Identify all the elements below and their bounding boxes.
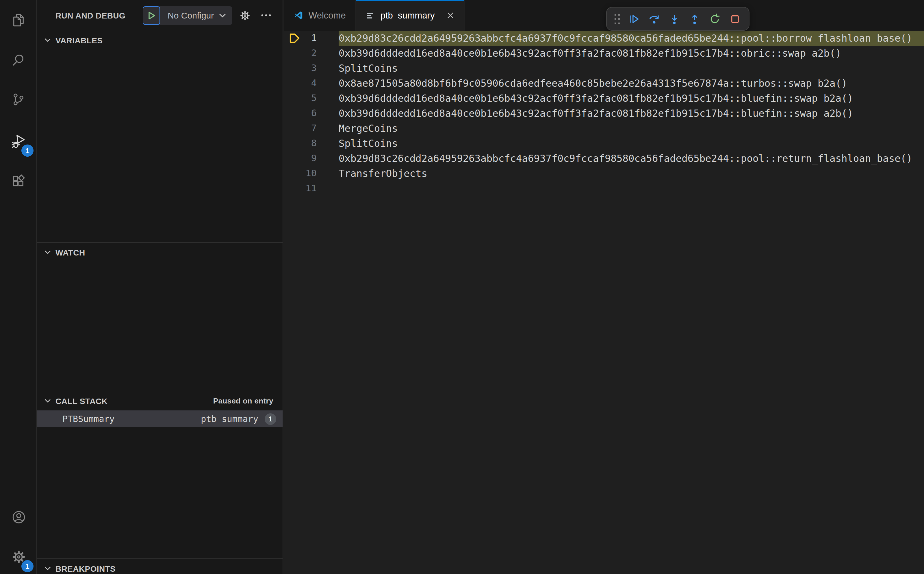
- editor-gutter[interactable]: 2: [284, 46, 338, 61]
- debug-step-over-button[interactable]: [644, 9, 663, 28]
- debug-step-out-button[interactable]: [685, 9, 704, 28]
- editor-gutter[interactable]: 11: [284, 181, 338, 196]
- code-line[interactable]: 8 SplitCoins: [284, 136, 924, 151]
- debug-step-into-button[interactable]: [664, 9, 684, 28]
- code-text: SplitCoins: [338, 61, 924, 76]
- sidebar-title: RUN AND DEBUG: [55, 11, 125, 20]
- code-line[interactable]: 7 MergeCoins: [284, 121, 924, 136]
- line-number: 7: [311, 121, 317, 136]
- watch-section-header[interactable]: WATCH: [37, 243, 283, 262]
- editor-gutter[interactable]: 3: [284, 61, 338, 76]
- tab-ptb-summary[interactable]: ptb_summary: [356, 0, 465, 31]
- code-text: 0xb39d6dddedd16ed8a40ce0b1e6b43c92acf0ff…: [338, 91, 924, 106]
- extensions-icon: [11, 173, 26, 188]
- views-more-actions-button[interactable]: [261, 14, 271, 17]
- tab-label: ptb_summary: [381, 10, 435, 20]
- debug-settings-gear-button[interactable]: [239, 9, 251, 21]
- code-line[interactable]: 9 0xb29d83c26cdd2a64959263abbcfc4a6937f0…: [284, 151, 924, 166]
- step-over-icon: [647, 13, 660, 25]
- code-line[interactable]: 2 0xb39d6dddedd16ed8a40ce0b1e6b43c92acf0…: [284, 46, 924, 61]
- call-stack-section-title: CALL STACK: [55, 396, 107, 405]
- code-line[interactable]: 4 0x8ae871505a80d8bf6bf9c05906cda6edfeea…: [284, 76, 924, 91]
- editor-gutter[interactable]: 5: [284, 91, 338, 106]
- frame-session-badge: 1: [264, 413, 276, 424]
- tab-welcome[interactable]: Welcome: [284, 0, 356, 31]
- code-line[interactable]: 1 0xb29d83c26cdd2a64959263abbcfc4a6937f0…: [284, 31, 924, 46]
- activity-item-extensions[interactable]: [5, 167, 32, 195]
- restart-icon: [708, 13, 721, 25]
- stop-icon: [729, 13, 741, 25]
- debug-restart-button[interactable]: [705, 9, 724, 28]
- ellipsis-icon: [261, 14, 271, 17]
- code-text: MergeCoins: [338, 121, 924, 136]
- debug-configuration-dropdown[interactable]: No Configur: [160, 6, 232, 25]
- code-line[interactable]: 6 0xb39d6dddedd16ed8a40ce0b1e6b43c92acf0…: [284, 106, 924, 121]
- variables-section-header[interactable]: VARIABLES: [37, 31, 283, 50]
- tab-label: Welcome: [309, 10, 346, 20]
- activity-bar: 1 1: [0, 0, 37, 574]
- debug-stop-button[interactable]: [725, 9, 744, 28]
- watch-section-title: WATCH: [55, 248, 85, 257]
- debug-continue-button[interactable]: [624, 9, 643, 28]
- editor-gutter[interactable]: 7: [284, 121, 338, 136]
- breakpoints-section-header[interactable]: BREAKPOINTS: [37, 559, 283, 574]
- editor-gutter[interactable]: 6: [284, 106, 338, 121]
- debug-pause-status: Paused on entry: [213, 397, 273, 405]
- vscode-window: 1 1: [0, 0, 924, 574]
- activity-item-settings[interactable]: 1: [5, 543, 32, 571]
- close-tab-button[interactable]: [447, 11, 454, 19]
- play-icon: [147, 11, 156, 20]
- sidebar-header: RUN AND DEBUG No Configur: [37, 0, 283, 31]
- debug-configuration-label: No Configur: [168, 10, 214, 20]
- variables-section: VARIABLES: [37, 31, 283, 242]
- tab-bar: Welcome ptb_summary: [284, 0, 924, 31]
- line-number: 10: [305, 166, 317, 181]
- start-debugging-button[interactable]: [143, 6, 160, 25]
- editor-gutter[interactable]: 10: [284, 166, 338, 181]
- vscode-logo-icon: [294, 10, 303, 20]
- activity-item-search[interactable]: [5, 46, 32, 74]
- launch-control: No Configur: [143, 6, 232, 25]
- editor-gutter[interactable]: 9: [284, 151, 338, 166]
- call-stack-frame-row[interactable]: PTBSummary ptb_summary 1: [37, 410, 283, 427]
- breakpoints-section-title: BREAKPOINTS: [55, 564, 116, 573]
- editor-group: Welcome ptb_summary: [284, 0, 924, 574]
- account-icon: [11, 509, 26, 525]
- activity-item-accounts[interactable]: [5, 503, 32, 531]
- activity-item-run-and-debug[interactable]: 1: [5, 127, 32, 155]
- code-line[interactable]: 3 SplitCoins: [284, 61, 924, 76]
- call-stack-section-header[interactable]: CALL STACK Paused on entry: [37, 391, 283, 410]
- line-number: 9: [311, 151, 317, 166]
- chevron-down-icon: [44, 250, 51, 254]
- files-icon: [11, 13, 26, 28]
- code-line[interactable]: 5 0xb39d6dddedd16ed8a40ce0b1e6b43c92acf0…: [284, 91, 924, 106]
- line-number: 3: [311, 61, 317, 76]
- code-text: 0xb29d83c26cdd2a64959263abbcfc4a6937f0c9…: [338, 31, 924, 46]
- code-line[interactable]: 11: [284, 181, 924, 196]
- code-text: 0x8ae871505a80d8bf6bf9c05906cda6edfeea46…: [338, 76, 924, 91]
- debug-toolbar: [606, 7, 749, 31]
- activity-item-explorer[interactable]: [5, 6, 32, 34]
- activity-item-source-control[interactable]: [5, 85, 32, 113]
- gear-icon: [239, 9, 251, 21]
- code-text: [338, 181, 924, 196]
- code-line[interactable]: 10 TransferObjects: [284, 166, 924, 181]
- chevron-down-icon: [44, 566, 51, 571]
- breakpoints-section: BREAKPOINTS: [37, 558, 283, 574]
- editor-gutter[interactable]: 8: [284, 136, 338, 151]
- editor-gutter[interactable]: 4: [284, 76, 338, 91]
- list-file-icon: [366, 11, 375, 20]
- chevron-down-icon: [219, 13, 226, 17]
- editor-gutter[interactable]: 1: [284, 31, 338, 46]
- line-number: 2: [311, 46, 317, 61]
- watch-section: WATCH: [37, 242, 283, 391]
- chevron-down-icon: [44, 38, 51, 42]
- code-text: 0xb29d83c26cdd2a64959263abbcfc4a6937f0c9…: [338, 151, 924, 166]
- line-number: 4: [311, 76, 317, 91]
- debug-badge: 1: [21, 145, 33, 157]
- continue-icon: [627, 13, 640, 25]
- frame-name: PTBSummary: [62, 413, 115, 424]
- toolbar-drag-handle[interactable]: [611, 9, 623, 28]
- settings-badge: 1: [21, 560, 33, 572]
- line-number: 6: [311, 106, 317, 121]
